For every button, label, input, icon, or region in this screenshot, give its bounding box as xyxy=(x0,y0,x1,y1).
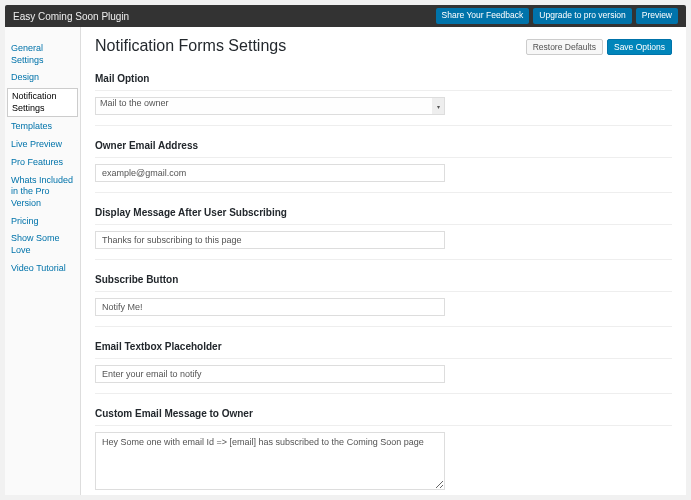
owner-email-label: Owner Email Address xyxy=(95,140,672,158)
custom-msg-textarea[interactable] xyxy=(95,432,445,490)
email-placeholder-label: Email Textbox Placeholder xyxy=(95,341,672,359)
sidebar-item-notification[interactable]: Notification Settings xyxy=(7,88,78,117)
restore-defaults-button[interactable]: Restore Defaults xyxy=(526,39,603,55)
main-panel: Notification Forms Settings Restore Defa… xyxy=(81,27,686,495)
subscribe-msg-label: Display Message After User Subscribing xyxy=(95,207,672,225)
email-placeholder-input[interactable] xyxy=(95,365,445,383)
owner-email-input[interactable] xyxy=(95,164,445,182)
sidebar-item-video[interactable]: Video Tutorial xyxy=(5,261,80,277)
chevron-down-icon: ▾ xyxy=(432,98,444,114)
header-buttons: Share Your Feedback Upgrade to pro versi… xyxy=(436,8,678,24)
subscribe-msg-input[interactable] xyxy=(95,231,445,249)
mail-option-value: Mail to the owner xyxy=(100,98,169,108)
sidebar-item-show-love[interactable]: Show Some Love xyxy=(5,231,80,258)
preview-button[interactable]: Preview xyxy=(636,8,678,24)
subscribe-btn-label: Subscribe Button xyxy=(95,274,672,292)
sidebar-item-pro-features[interactable]: Pro Features xyxy=(5,155,80,171)
upgrade-pro-button[interactable]: Upgrade to pro version xyxy=(533,8,631,24)
mail-option-label: Mail Option xyxy=(95,73,672,91)
share-feedback-button[interactable]: Share Your Feedback xyxy=(436,8,530,24)
sidebar-item-whats-included[interactable]: Whats Included in the Pro Version xyxy=(5,173,80,212)
custom-msg-label: Custom Email Message to Owner xyxy=(95,408,672,426)
sidebar-item-templates[interactable]: Templates xyxy=(5,119,80,135)
plugin-header: Easy Coming Soon Plugin Share Your Feedb… xyxy=(5,5,686,27)
sidebar-item-general[interactable]: General Settings xyxy=(5,41,80,68)
page-title: Notification Forms Settings xyxy=(95,37,286,55)
sidebar-item-live-preview[interactable]: Live Preview xyxy=(5,137,80,153)
subscribe-btn-input[interactable] xyxy=(95,298,445,316)
sidebar: General Settings Design Notification Set… xyxy=(5,27,81,495)
sidebar-item-design[interactable]: Design xyxy=(5,70,80,86)
custom-msg-hint: Use Shortcode [email] to include the ema… xyxy=(95,494,672,495)
plugin-title: Easy Coming Soon Plugin xyxy=(13,11,436,22)
save-options-button[interactable]: Save Options xyxy=(607,39,672,55)
mail-option-select[interactable]: Mail to the owner ▾ xyxy=(95,97,445,115)
sidebar-item-pricing[interactable]: Pricing xyxy=(5,214,80,230)
